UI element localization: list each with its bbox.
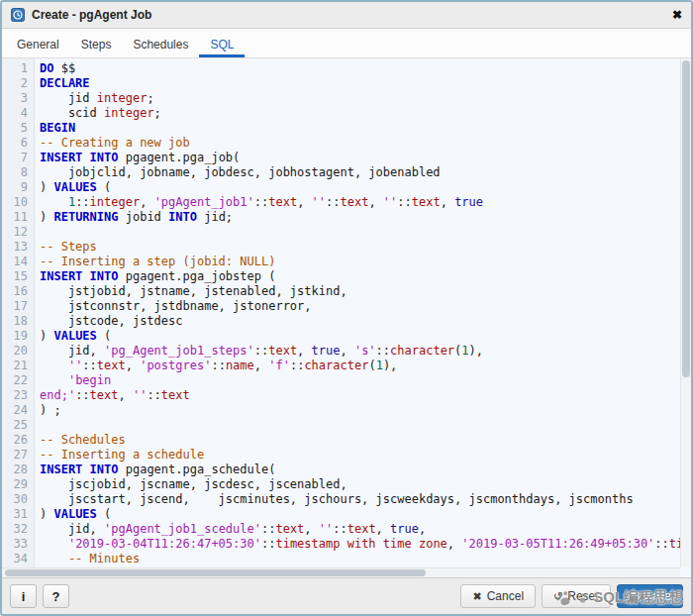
line-number: 11 bbox=[2, 210, 35, 225]
code-line: 14-- Inserting a step (jobid: NULL) bbox=[2, 255, 680, 269]
line-number: 29 bbox=[2, 477, 35, 492]
line-number: 27 bbox=[2, 448, 35, 462]
vertical-scrollbar[interactable] bbox=[680, 58, 691, 567]
line-number: 9 bbox=[2, 180, 35, 195]
line-number: 24 bbox=[2, 403, 35, 418]
line-number: 32 bbox=[2, 522, 35, 537]
sql-info-button[interactable]: i bbox=[10, 584, 37, 608]
info-icon: i bbox=[22, 589, 26, 604]
tab-general[interactable]: General bbox=[6, 29, 70, 57]
line-number: 10 bbox=[2, 195, 35, 210]
dialog-titlebar[interactable]: Create - pgAgent Job ✖ bbox=[2, 2, 691, 29]
code-line: 31) VALUES ( bbox=[2, 507, 680, 522]
line-number: 6 bbox=[2, 136, 35, 151]
line-number: 18 bbox=[2, 314, 35, 329]
code-line: 3 jid integer; bbox=[2, 91, 680, 106]
line-number: 23 bbox=[2, 388, 35, 403]
line-number: 22 bbox=[2, 373, 35, 388]
line-number: 12 bbox=[2, 225, 35, 240]
line-number: 15 bbox=[2, 269, 35, 284]
save-button-label: Save bbox=[644, 589, 671, 603]
code-line: 20 jid, 'pg_Agent_job1_steps'::text, tru… bbox=[2, 344, 680, 359]
sql-code: 1DO $$2DECLARE3 jid integer;4 scid integ… bbox=[2, 61, 680, 566]
line-number: 19 bbox=[2, 329, 35, 344]
code-line: 8 jobjclid, jobname, jobdesc, jobhostage… bbox=[2, 165, 680, 180]
code-line: 4 scid integer; bbox=[2, 106, 680, 121]
cancel-button[interactable]: ✖ Cancel bbox=[460, 584, 536, 608]
x-icon: ✖ bbox=[472, 591, 481, 602]
line-number: 33 bbox=[2, 537, 35, 552]
line-number: 25 bbox=[2, 418, 35, 433]
cancel-button-label: Cancel bbox=[487, 589, 524, 603]
line-number: 13 bbox=[2, 240, 35, 255]
code-line: 9) VALUES ( bbox=[2, 180, 680, 195]
code-line: 1DO $$ bbox=[2, 61, 680, 76]
line-number: 28 bbox=[2, 462, 35, 477]
line-number: 14 bbox=[2, 255, 35, 269]
code-line: 13-- Steps bbox=[2, 240, 680, 255]
undo-icon: ↺ bbox=[553, 591, 562, 602]
code-line: 29 jscjobid, jscname, jscdesc, jscenable… bbox=[2, 477, 680, 492]
code-line: 22 'begin bbox=[2, 373, 680, 388]
line-number: 30 bbox=[2, 492, 35, 507]
code-line: 10 1::integer, 'pgAgent_job1'::text, '':… bbox=[2, 195, 680, 210]
reset-button[interactable]: ↺ Reset bbox=[542, 584, 611, 608]
code-line: 27-- Inserting a schedule bbox=[2, 448, 680, 462]
tab-steps[interactable]: Steps bbox=[70, 29, 123, 57]
code-line: 24) ; bbox=[2, 403, 680, 418]
code-line: 19) VALUES ( bbox=[2, 329, 680, 344]
tab-bar: General Steps Schedules SQL bbox=[2, 29, 691, 58]
line-number: 8 bbox=[2, 165, 35, 180]
code-line: 12 bbox=[2, 225, 680, 240]
close-icon[interactable]: ✖ bbox=[672, 8, 682, 22]
horizontal-scrollbar-thumb[interactable] bbox=[5, 569, 426, 576]
code-line: 15INSERT INTO pgagent.pga_jobstep ( bbox=[2, 269, 680, 284]
code-line: 32 jid, 'pgAgent_job1_scedule'::text, ''… bbox=[2, 522, 680, 537]
code-line: 34 -- Minutes bbox=[2, 552, 680, 566]
reset-button-label: Reset bbox=[567, 589, 598, 603]
question-icon: ? bbox=[52, 589, 60, 604]
code-line: 16 jstjobid, jstname, jstenabled, jstkin… bbox=[2, 284, 680, 299]
code-line: 2DECLARE bbox=[2, 76, 680, 91]
code-line: 30 jscstart, jscend, jscminutes, jschour… bbox=[2, 492, 680, 507]
line-number: 31 bbox=[2, 507, 35, 522]
tab-schedules[interactable]: Schedules bbox=[122, 29, 199, 57]
help-button[interactable]: ? bbox=[43, 584, 69, 608]
code-line: 21 ''::text, 'postgres'::name, 'f'::char… bbox=[2, 359, 680, 373]
code-line: 7INSERT INTO pgagent.pga_job( bbox=[2, 151, 680, 165]
code-line: 17 jstconnstr, jstdbname, jstonerror, bbox=[2, 299, 680, 314]
code-line: 25 bbox=[2, 418, 680, 433]
sql-editor[interactable]: 1DO $$2DECLARE3 jid integer;4 scid integ… bbox=[2, 58, 691, 577]
line-number: 7 bbox=[2, 151, 35, 165]
tab-sql[interactable]: SQL bbox=[199, 29, 245, 57]
dialog-title: Create - pgAgent Job bbox=[32, 8, 151, 22]
line-number: 16 bbox=[2, 284, 35, 299]
line-number: 3 bbox=[2, 91, 35, 106]
code-line: 26-- Schedules bbox=[2, 433, 680, 448]
floppy-icon bbox=[629, 591, 640, 602]
line-number: 20 bbox=[2, 344, 35, 359]
code-line: 28INSERT INTO pgagent.pga_schedule( bbox=[2, 462, 680, 477]
code-line: 11) RETURNING jobid INTO jid; bbox=[2, 210, 680, 225]
code-line: 23end;'::text, ''::text bbox=[2, 388, 680, 403]
code-line: 5BEGIN bbox=[2, 121, 680, 136]
dialog-footer: i ? ✖ Cancel ↺ Reset Save bbox=[2, 577, 691, 614]
line-number: 2 bbox=[2, 76, 35, 91]
code-line: 18 jstcode, jstdesc bbox=[2, 314, 680, 329]
code-line: 33 '2019-03-04T11:26:47+05:30'::timestam… bbox=[2, 537, 680, 552]
code-line: 6-- Creating a new job bbox=[2, 136, 680, 151]
vertical-scrollbar-thumb[interactable] bbox=[682, 60, 690, 377]
line-number: 34 bbox=[2, 552, 35, 566]
line-number: 21 bbox=[2, 359, 35, 373]
horizontal-scrollbar[interactable] bbox=[2, 567, 680, 577]
line-number: 26 bbox=[2, 433, 35, 448]
line-number: 1 bbox=[2, 61, 35, 76]
line-number: 4 bbox=[2, 106, 35, 121]
save-button[interactable]: Save bbox=[617, 584, 683, 608]
line-number: 17 bbox=[2, 299, 35, 314]
line-number: 5 bbox=[2, 121, 35, 136]
pgagent-job-icon bbox=[11, 8, 25, 22]
create-pgagent-job-dialog: Create - pgAgent Job ✖ General Steps Sch… bbox=[0, 0, 693, 616]
